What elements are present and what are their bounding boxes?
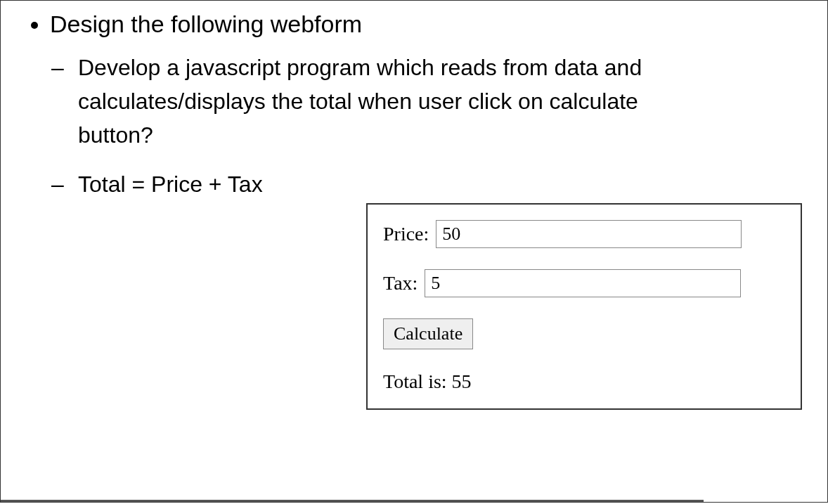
- bottom-divider: [1, 500, 704, 502]
- main-bullet-text: Design the following webform: [50, 11, 362, 37]
- main-bullet-item: Design the following webform Develop a j…: [50, 11, 813, 201]
- price-label: Price:: [383, 223, 429, 245]
- sub-bullet-1-text: Develop a javascript program which reads…: [78, 55, 642, 148]
- result-value: 55: [452, 370, 472, 392]
- sub-bullet-item-2: Total = Price + Tax: [78, 167, 813, 201]
- price-row: Price:: [383, 220, 785, 248]
- sub-bullet-2-text: Total = Price + Tax: [78, 172, 263, 197]
- calculate-button[interactable]: Calculate: [383, 318, 473, 349]
- result-label: Total is:: [383, 370, 447, 392]
- tax-row: Tax:: [383, 269, 785, 297]
- result-row: Total is: 55: [383, 370, 785, 393]
- tax-input[interactable]: [425, 269, 741, 297]
- webform-box: Price: Tax: Calculate Total is: 55: [366, 203, 802, 410]
- sub-bullet-list: Develop a javascript program which reads…: [50, 51, 813, 201]
- sub-bullet-item-1: Develop a javascript program which reads…: [78, 51, 711, 152]
- slide-container: Design the following webform Develop a j…: [0, 0, 828, 503]
- main-bullet-list: Design the following webform Develop a j…: [29, 11, 813, 201]
- tax-label: Tax:: [383, 272, 418, 295]
- price-input[interactable]: [436, 220, 742, 248]
